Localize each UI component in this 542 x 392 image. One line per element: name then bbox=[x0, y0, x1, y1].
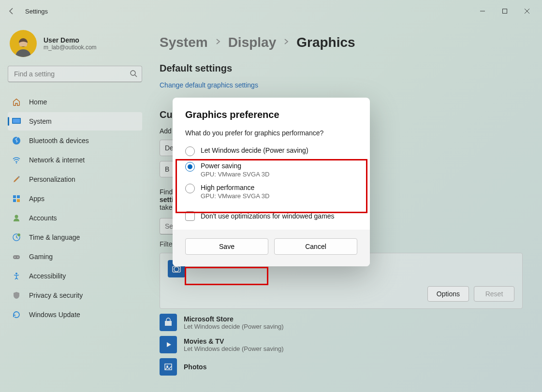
svg-rect-0 bbox=[503, 9, 507, 14]
photos-icon bbox=[160, 358, 177, 376]
svg-point-16 bbox=[17, 257, 18, 258]
maximize-button[interactable] bbox=[494, 3, 516, 19]
sidebar-item-label: Accounts bbox=[29, 214, 57, 222]
radio-label: High performance bbox=[201, 184, 269, 191]
svg-point-2 bbox=[131, 71, 135, 75]
app-title: Microsoft Store bbox=[184, 315, 284, 323]
sidebar-item-label: Windows Update bbox=[29, 311, 80, 319]
update-icon bbox=[12, 310, 21, 319]
radio-power-saving[interactable]: Power saving GPU: VMware SVGA 3D bbox=[185, 159, 357, 181]
chevron-right-icon bbox=[283, 38, 290, 47]
user-email: m_lab@outlook.com bbox=[44, 44, 97, 51]
user-name: User Demo bbox=[44, 36, 97, 44]
accessibility-icon bbox=[12, 271, 21, 281]
search-icon bbox=[130, 70, 137, 79]
titlebar: Settings bbox=[0, 0, 542, 22]
svg-point-11 bbox=[15, 215, 18, 218]
breadcrumb-system[interactable]: System bbox=[160, 35, 208, 50]
sidebar-item-label: Apps bbox=[29, 195, 44, 203]
sidebar-item-label: Privacy & security bbox=[29, 291, 83, 299]
user-profile[interactable]: User Demo m_lab@outlook.com bbox=[8, 26, 142, 66]
checkbox-icon bbox=[185, 211, 195, 221]
avatar bbox=[10, 30, 37, 57]
sidebar-item-bluetooth[interactable]: Bluetooth & devices bbox=[8, 131, 142, 150]
sidebar-item-personalization[interactable]: Personalization bbox=[8, 170, 142, 189]
movies-icon bbox=[160, 336, 177, 353]
svg-rect-7 bbox=[13, 195, 16, 198]
svg-point-15 bbox=[15, 257, 15, 258]
cancel-button[interactable]: Cancel bbox=[274, 238, 357, 255]
radio-let-windows-decide[interactable]: Let Windows decide (Power saving) bbox=[185, 144, 357, 159]
close-button[interactable] bbox=[516, 3, 538, 19]
svg-rect-20 bbox=[165, 321, 172, 326]
svg-rect-4 bbox=[13, 119, 20, 123]
app-row-store[interactable]: Microsoft Store Let Windows decide (Powe… bbox=[160, 314, 523, 331]
sidebar-item-label: Home bbox=[29, 98, 47, 106]
sidebar-item-label: Network & internet bbox=[29, 156, 85, 164]
sidebar-item-network[interactable]: Network & internet bbox=[8, 151, 142, 169]
app-row-movies[interactable]: Movies & TV Let Windows decide (Power sa… bbox=[160, 336, 523, 353]
svg-rect-9 bbox=[13, 199, 16, 202]
radio-sublabel: GPU: VMware SVGA 3D bbox=[201, 192, 269, 200]
sidebar-item-accessibility[interactable]: Accessibility bbox=[8, 267, 142, 285]
sidebar-item-system[interactable]: System bbox=[8, 112, 142, 131]
sidebar-item-update[interactable]: Windows Update bbox=[8, 305, 142, 324]
search-container bbox=[8, 66, 142, 82]
radio-sublabel: GPU: VMware SVGA 3D bbox=[201, 171, 269, 178]
accounts-icon bbox=[12, 213, 21, 223]
sidebar-item-label: Gaming bbox=[29, 253, 53, 261]
svg-point-18 bbox=[174, 267, 179, 272]
sidebar-item-home[interactable]: Home bbox=[8, 93, 142, 111]
app-preference: Let Windows decide (Power saving) bbox=[184, 323, 284, 330]
dialog-question: What do you prefer for graphics performa… bbox=[185, 129, 357, 137]
sidebar-item-label: Time & language bbox=[29, 233, 80, 241]
svg-marker-21 bbox=[167, 342, 171, 347]
radio-label: Let Windows decide (Power saving) bbox=[201, 146, 308, 154]
clock-icon bbox=[12, 232, 21, 242]
sidebar-item-time[interactable]: Time & language bbox=[8, 228, 142, 247]
sidebar-item-label: System bbox=[29, 117, 52, 125]
breadcrumb-current: Graphics bbox=[296, 35, 355, 50]
minimize-button[interactable] bbox=[471, 3, 494, 19]
sidebar-item-label: Accessibility bbox=[29, 272, 66, 280]
system-icon bbox=[12, 116, 21, 126]
chevron-right-icon bbox=[215, 38, 221, 47]
gaming-icon bbox=[12, 252, 21, 261]
change-default-link[interactable]: Change default graphics settings bbox=[160, 81, 258, 89]
sidebar-item-gaming[interactable]: Gaming bbox=[8, 247, 142, 266]
app-title: Photos bbox=[184, 363, 206, 371]
brush-icon bbox=[12, 174, 21, 184]
back-button[interactable] bbox=[4, 3, 19, 19]
sidebar: User Demo m_lab@outlook.com Home System … bbox=[0, 22, 150, 392]
checkbox-windowed-optimizations[interactable]: Don't use optimizations for windowed gam… bbox=[185, 211, 357, 221]
section-default-heading: Default settings bbox=[160, 63, 523, 74]
radio-icon bbox=[185, 184, 195, 193]
breadcrumb: System Display Graphics bbox=[160, 35, 523, 50]
breadcrumb-display[interactable]: Display bbox=[228, 35, 277, 50]
home-icon bbox=[12, 97, 21, 107]
svg-rect-10 bbox=[17, 199, 20, 202]
sidebar-item-privacy[interactable]: Privacy & security bbox=[8, 286, 142, 305]
radio-label: Power saving bbox=[201, 162, 269, 170]
search-input[interactable] bbox=[8, 66, 142, 82]
sidebar-item-apps[interactable]: Apps bbox=[8, 189, 142, 208]
apps-icon bbox=[12, 194, 21, 203]
radio-high-performance[interactable]: High performance GPU: VMware SVGA 3D bbox=[185, 181, 357, 203]
app-preference: Let Windows decide (Power saving) bbox=[184, 345, 284, 352]
graphics-preference-dialog: Graphics preference What do you prefer f… bbox=[173, 98, 370, 266]
svg-point-13 bbox=[17, 233, 20, 236]
radio-icon bbox=[185, 162, 195, 172]
wifi-icon bbox=[12, 155, 21, 165]
app-row-photos[interactable]: Photos bbox=[160, 358, 523, 376]
window-title: Settings bbox=[25, 8, 48, 15]
sidebar-item-accounts[interactable]: Accounts bbox=[8, 209, 142, 227]
app-title: Movies & TV bbox=[184, 337, 284, 345]
sidebar-item-label: Bluetooth & devices bbox=[29, 137, 89, 145]
options-button[interactable]: Options bbox=[427, 286, 469, 302]
shield-icon bbox=[12, 290, 21, 300]
save-button[interactable]: Save bbox=[185, 238, 268, 255]
bluetooth-icon bbox=[12, 136, 21, 145]
radio-icon bbox=[185, 146, 195, 156]
reset-button[interactable]: Reset bbox=[474, 286, 514, 302]
svg-point-6 bbox=[16, 162, 17, 163]
